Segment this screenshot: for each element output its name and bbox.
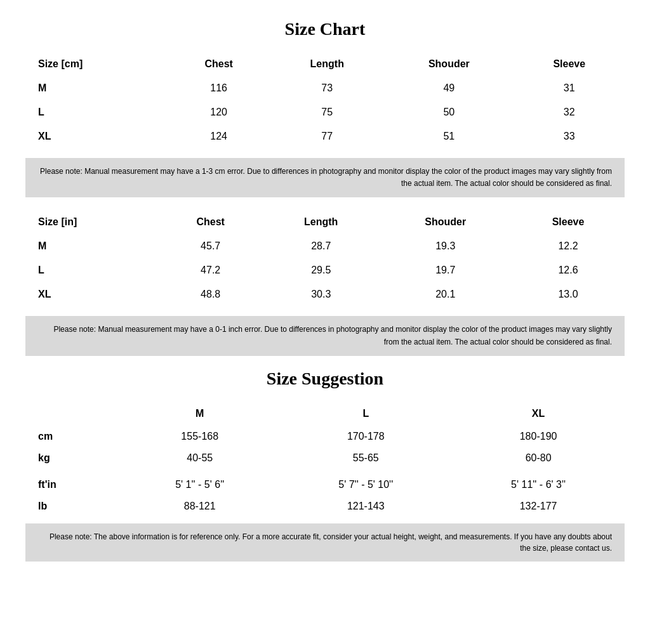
in-row-l-shoulder: 19.7	[380, 258, 512, 282]
cm-row-xl-shoulder: 51	[384, 124, 514, 148]
cm-row-xl-chest: 124	[168, 124, 270, 148]
cm-row-l-length: 75	[270, 100, 384, 124]
suggestion-row-kg-m: 40-55	[120, 447, 279, 469]
suggestion-row-ftin-xl: 5' 11'' - 6' 3''	[452, 474, 625, 496]
cm-header-size: Size [cm]	[25, 52, 168, 76]
cm-note-text: Please note: Manual measurement may have…	[38, 166, 612, 190]
cm-row-m-chest: 116	[168, 76, 270, 100]
suggestion-header-m: M	[120, 402, 279, 426]
cm-size-table: Size [cm] Chest Length Shouder Sleeve M …	[25, 52, 625, 148]
table-row: M 116 73 49 31	[25, 76, 625, 100]
cm-row-l-chest: 120	[168, 100, 270, 124]
in-row-l-length: 29.5	[263, 258, 380, 282]
in-row-xl-sleeve: 13.0	[512, 282, 625, 306]
size-suggestion-title: Size Suggestion	[25, 369, 625, 389]
table-row: ft'in 5' 1'' - 5' 6'' 5' 7'' - 5' 10'' 5…	[25, 474, 625, 496]
suggestion-row-cm-l: 170-178	[279, 426, 452, 447]
cm-row-xl-sleeve: 33	[514, 124, 625, 148]
in-note-text: Please note: Manual measurement may have…	[38, 324, 612, 348]
cm-header-chest: Chest	[168, 52, 270, 76]
table-row: XL 48.8 30.3 20.1 13.0	[25, 282, 625, 306]
in-note-box: Please note: Manual measurement may have…	[25, 316, 625, 355]
table-row: kg 40-55 55-65 60-80	[25, 447, 625, 469]
suggestion-row-ftin-label: ft'in	[25, 474, 120, 496]
cm-row-l-shoulder: 50	[384, 100, 514, 124]
in-header-sleeve: Sleeve	[512, 210, 625, 234]
suggestion-header-empty	[25, 402, 120, 426]
suggestion-row-ftin-m: 5' 1'' - 5' 6''	[120, 474, 279, 496]
in-row-m-length: 28.7	[263, 234, 380, 258]
in-row-m-sleeve: 12.2	[512, 234, 625, 258]
table-row: L 47.2 29.5 19.7 12.6	[25, 258, 625, 282]
suggestion-row-lb-xl: 132-177	[452, 496, 625, 517]
suggestion-row-kg-label: kg	[25, 447, 120, 469]
in-row-m-size: M	[25, 234, 158, 258]
suggestion-row-kg-xl: 60-80	[452, 447, 625, 469]
in-row-xl-length: 30.3	[263, 282, 380, 306]
in-row-xl-shoulder: 20.1	[380, 282, 512, 306]
in-header-chest: Chest	[158, 210, 262, 234]
in-row-l-chest: 47.2	[158, 258, 262, 282]
cm-row-xl-length: 77	[270, 124, 384, 148]
suggestion-row-ftin-l: 5' 7'' - 5' 10''	[279, 474, 452, 496]
in-size-table: Size [in] Chest Length Shouder Sleeve M …	[25, 210, 625, 306]
cm-header-shoulder: Shouder	[384, 52, 514, 76]
suggestion-row-cm-xl: 180-190	[452, 426, 625, 447]
cm-row-m-sleeve: 31	[514, 76, 625, 100]
cm-row-l-sleeve: 32	[514, 100, 625, 124]
cm-row-l-size: L	[25, 100, 168, 124]
cm-row-xl-size: XL	[25, 124, 168, 148]
cm-header-length: Length	[270, 52, 384, 76]
in-row-l-sleeve: 12.6	[512, 258, 625, 282]
table-row: M 45.7 28.7 19.3 12.2	[25, 234, 625, 258]
cm-row-m-length: 73	[270, 76, 384, 100]
in-row-m-shoulder: 19.3	[380, 234, 512, 258]
suggestion-note-text: Please note: The above information is fo…	[38, 531, 612, 554]
suggestion-header-l: L	[279, 402, 452, 426]
cm-row-m-shoulder: 49	[384, 76, 514, 100]
in-header-length: Length	[263, 210, 380, 234]
table-row: L 120 75 50 32	[25, 100, 625, 124]
spacer-row	[25, 469, 625, 474]
table-row: lb 88-121 121-143 132-177	[25, 496, 625, 517]
in-row-xl-chest: 48.8	[158, 282, 262, 306]
table-row: XL 124 77 51 33	[25, 124, 625, 148]
in-row-m-chest: 45.7	[158, 234, 262, 258]
cm-note-box: Please note: Manual measurement may have…	[25, 158, 625, 197]
cm-header-sleeve: Sleeve	[514, 52, 625, 76]
suggestion-row-cm-m: 155-168	[120, 426, 279, 447]
in-row-xl-size: XL	[25, 282, 158, 306]
suggestion-row-kg-l: 55-65	[279, 447, 452, 469]
in-header-shoulder: Shouder	[380, 210, 512, 234]
suggestion-row-lb-m: 88-121	[120, 496, 279, 517]
suggestion-note-box: Please note: The above information is fo…	[25, 523, 625, 562]
table-row: cm 155-168 170-178 180-190	[25, 426, 625, 447]
in-header-size: Size [in]	[25, 210, 158, 234]
suggestion-header-xl: XL	[452, 402, 625, 426]
cm-row-m-size: M	[25, 76, 168, 100]
size-suggestion-table: M L XL cm 155-168 170-178 180-190 kg 40-…	[25, 402, 625, 517]
page-title: Size Chart	[25, 19, 625, 39]
suggestion-row-cm-label: cm	[25, 426, 120, 447]
suggestion-row-lb-label: lb	[25, 496, 120, 517]
suggestion-row-lb-l: 121-143	[279, 496, 452, 517]
in-row-l-size: L	[25, 258, 158, 282]
